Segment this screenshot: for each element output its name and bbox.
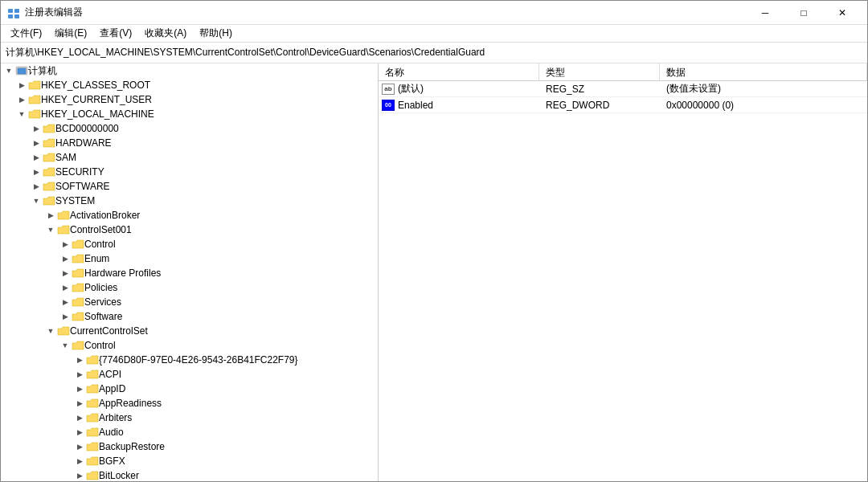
expander-services [59,295,72,309]
app-icon [7,6,20,19]
tree-label-enum: Enum [84,253,109,264]
expander-hkcr [15,78,28,92]
folder-icon-hkcu [28,94,41,105]
folder-icon-sam [43,152,55,163]
expander-acpi [73,367,86,382]
tree-node-controlset001[interactable]: ControlSet001 [1,223,378,237]
tree-node-control-cs001[interactable]: Control [1,237,378,251]
menu-file[interactable]: 文件(F) [4,25,48,42]
computer-icon [15,65,28,76]
expander-software2 [59,309,72,324]
folder-icon-hklm [28,108,41,120]
tree-node-software[interactable]: SOFTWARE [1,179,378,194]
maximize-button[interactable]: □ [785,1,822,25]
folder-icon-software [43,181,55,192]
title-bar: 注册表编辑器 ─ □ ✕ [1,1,867,25]
tree-label-system: SYSTEM [55,195,95,206]
tree-node-guid[interactable]: {7746D80F-97E0-4E26-9543-26B41FC22F79} [1,353,378,367]
tree-node-software2[interactable]: Software [1,309,378,324]
tree-node-hardware-profiles[interactable]: Hardware Profiles [1,266,378,280]
expander-hkcu [15,92,28,107]
tree-node-system[interactable]: SYSTEM [1,194,378,208]
tree-node-hklm[interactable]: HKEY_LOCAL_MACHINE [1,107,378,121]
folder-icon-security [43,166,55,178]
col-header-data: 数据 [660,63,867,80]
folder-icon-controlset001 [57,224,70,235]
menu-view[interactable]: 查看(V) [93,25,138,42]
tree-node-hardware[interactable]: HARDWARE [1,136,378,150]
tree-node-arbiters[interactable]: Arbiters [1,411,378,425]
tree-node-appreadiness[interactable]: AppReadiness [1,396,378,411]
reg-type-enabled: REG_DWORD [539,100,660,111]
tree-node-security[interactable]: SECURITY [1,165,378,179]
tree-node-backuprestore[interactable]: BackupRestore [1,439,378,454]
expander-enum [59,251,72,266]
tree-label-backuprestore: BackupRestore [99,441,165,452]
tree-label-activationbroker: ActivationBroker [70,210,140,221]
folder-icon-hardware [43,137,55,149]
tree-label-audio: Audio [99,427,124,438]
tree-node-appid[interactable]: AppID [1,382,378,396]
registry-row-default[interactable]: ab (默认) REG_SZ (数值未设置) [379,81,867,97]
main-content: 计算机 HKEY_CLASSES_ROOT HKEY_CURRE [1,63,867,481]
expander-bcd [30,121,43,136]
tree-node-policies[interactable]: Policies [1,280,378,295]
expander-policies [59,280,72,295]
tree-node-computer[interactable]: 计算机 [1,63,378,78]
tree-node-bcd[interactable]: BCD00000000 [1,121,378,136]
close-button[interactable]: ✕ [824,1,861,25]
folder-icon-arbiters [86,412,99,423]
tree-label-sam: SAM [55,152,76,163]
expander-audio [73,425,86,439]
tree-label-hardware: HARDWARE [55,137,112,149]
expander-security [30,165,43,179]
folder-icon-appid [86,383,99,394]
column-headers: 名称 类型 数据 [379,63,867,81]
expander-hardware-profiles [59,266,72,280]
registry-editor-window: 注册表编辑器 ─ □ ✕ 文件(F) 编辑(E) 查看(V) 收藏夹(A) 帮助… [0,0,868,482]
tree-node-hkcu[interactable]: HKEY_CURRENT_USER [1,92,378,107]
expander-hardware [30,136,43,150]
tree-node-acpi[interactable]: ACPI [1,367,378,382]
tree-node-hkcr[interactable]: HKEY_CLASSES_ROOT [1,78,378,92]
window-title: 注册表编辑器 [25,6,747,19]
menu-favorites[interactable]: 收藏夹(A) [138,25,193,42]
tree-node-bitlocker[interactable]: BitLocker [1,468,378,481]
menu-edit[interactable]: 编辑(E) [48,25,93,42]
expander-controlset001 [44,223,57,237]
reg-data-enabled: 0x00000000 (0) [660,100,867,111]
folder-icon-control-cs001 [72,239,84,250]
tree-node-enum[interactable]: Enum [1,251,378,266]
tree-node-currentcontrolset[interactable]: CurrentControlSet [1,324,378,338]
tree-node-bgfx[interactable]: BGFX [1,454,378,468]
tree-scroll[interactable]: 计算机 HKEY_CLASSES_ROOT HKEY_CURRE [1,63,378,481]
registry-row-enabled[interactable]: 00 Enabled REG_DWORD 0x00000000 (0) [379,97,867,113]
tree-label-appreadiness: AppReadiness [99,398,162,409]
tree-label-currentcontrolset: CurrentControlSet [70,325,148,337]
minimize-button[interactable]: ─ [747,1,784,25]
tree-node-services[interactable]: Services [1,295,378,309]
expander-bitlocker [73,468,86,481]
tree-node-sam[interactable]: SAM [1,150,378,165]
expander-arbiters [73,411,86,425]
folder-icon-hardware-profiles [72,268,84,279]
tree-node-audio[interactable]: Audio [1,425,378,439]
tree-label-control2: Control [84,340,116,351]
tree-label-hklm: HKEY_LOCAL_MACHINE [41,108,154,120]
folder-icon-services [72,296,84,308]
registry-list[interactable]: ab (默认) REG_SZ (数值未设置) 00 Enabled REG_DW… [379,81,867,481]
address-bar: 计算机\HKEY_LOCAL_MACHINE\SYSTEM\CurrentCon… [1,43,867,63]
reg-label-default: (默认) [398,82,424,96]
svg-rect-1 [14,9,19,13]
tree-node-control2[interactable]: Control [1,338,378,353]
expander-guid [73,353,86,367]
expander-appreadiness [73,396,86,411]
folder-icon-bgfx [86,455,99,467]
tree-node-activationbroker[interactable]: ActivationBroker [1,208,378,223]
reg-data-default: (数值未设置) [660,82,867,96]
tree-label-control-cs001: Control [84,239,116,250]
menu-help[interactable]: 帮助(H) [193,25,239,42]
menu-bar: 文件(F) 编辑(E) 查看(V) 收藏夹(A) 帮助(H) [1,25,867,43]
reg-icon-ab: ab [382,84,395,95]
tree-label-policies: Policies [84,282,117,293]
